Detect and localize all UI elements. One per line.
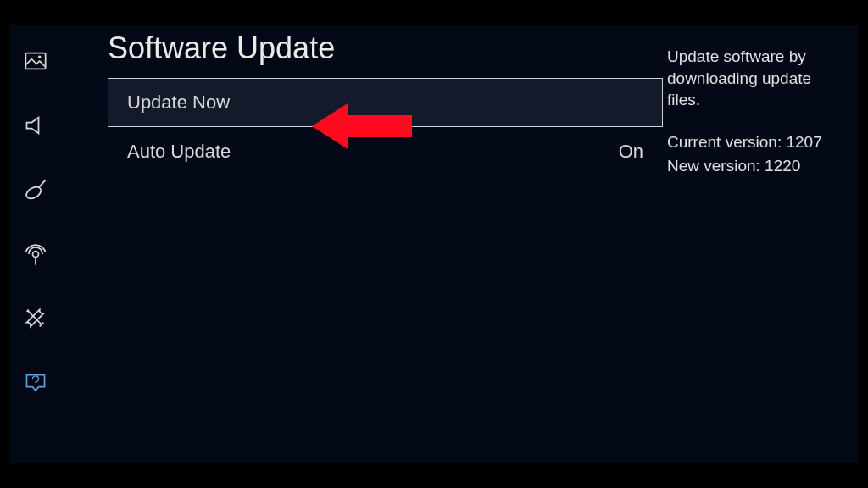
sidebar [10, 25, 61, 463]
current-version-line: Current version: 1207 [667, 131, 848, 153]
menu-list: Update Now Auto Update On [108, 78, 663, 176]
current-version-label: Current version: [667, 133, 782, 151]
svg-line-3 [39, 180, 46, 187]
network-icon[interactable] [24, 242, 47, 266]
current-version-value: 1207 [786, 133, 821, 151]
info-description: Update software by downloading update fi… [667, 46, 848, 111]
new-version-label: New version: [667, 157, 760, 175]
svg-point-1 [38, 56, 42, 59]
new-version-line: New version: 1220 [667, 155, 848, 177]
support-icon[interactable] [24, 371, 47, 395]
content-area: Software Update Update Now Auto Update O… [61, 25, 667, 463]
svg-point-6 [35, 385, 36, 385]
svg-point-4 [33, 252, 39, 258]
tools-icon[interactable] [24, 307, 47, 330]
broadcasting-icon[interactable] [24, 178, 47, 202]
new-version-value: 1220 [765, 157, 800, 175]
menu-item-value: On [619, 141, 643, 163]
menu-item-label: Auto Update [127, 141, 231, 163]
page-title: Software Update [108, 30, 667, 66]
picture-icon[interactable] [24, 49, 47, 73]
menu-item-label: Update Now [127, 92, 230, 114]
menu-item-auto-update[interactable]: Auto Update On [108, 127, 663, 176]
menu-item-update-now[interactable]: Update Now [108, 78, 663, 127]
info-panel: Update software by downloading update fi… [667, 25, 858, 463]
sound-icon[interactable] [24, 114, 47, 137]
